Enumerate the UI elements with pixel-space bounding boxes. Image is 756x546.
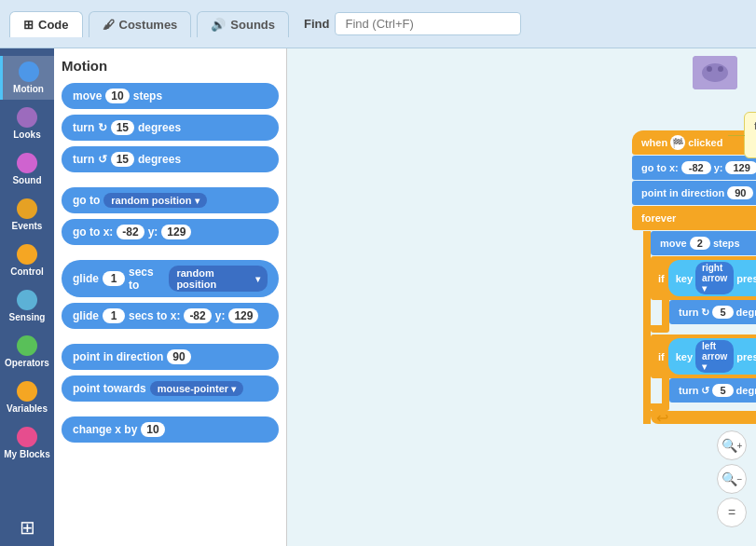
sidebar-sensing-label: Sensing: [9, 312, 46, 322]
tab-costumes-label: Costumes: [119, 18, 178, 32]
block-goto-xy[interactable]: go to x: -82 y: 129: [62, 219, 279, 245]
find-input[interactable]: [335, 12, 521, 35]
block-move-script[interactable]: move 2 steps: [651, 231, 756, 255]
block-change-x[interactable]: change x by 10: [62, 416, 279, 443]
sidebar-item-motion[interactable]: Motion: [0, 56, 54, 100]
zoom-out-label: −: [737, 474, 743, 485]
sidebar-variables-label: Variables: [7, 403, 48, 414]
events-icon: [17, 198, 37, 219]
sidebar-control-label: Control: [10, 266, 44, 277]
if-right-end: [651, 325, 669, 333]
script-area[interactable]: when 🏁 clicked go to x: -82 y: 129 point…: [287, 48, 756, 546]
sidebar-icons: Motion Looks Sound Events Control Sensin…: [0, 48, 54, 546]
tab-costumes[interactable]: 🖌 Costumes: [89, 11, 192, 37]
zoom-out-icon: 🔍: [722, 471, 737, 486]
tab-code[interactable]: ⊞ Code: [9, 11, 83, 37]
sidebar-bottom-button[interactable]: ⊞: [12, 509, 43, 546]
myblocks-icon: [17, 427, 37, 447]
zoom-out-button[interactable]: 🔍 −: [717, 464, 747, 494]
sidebar-operators-label: Operators: [5, 358, 49, 368]
sidebar-looks-label: Looks: [13, 130, 40, 140]
key-left-sensing: key left arrow ▾ pressed?: [668, 338, 756, 375]
zoom-reset-label: =: [728, 505, 735, 520]
block-glide-random[interactable]: glide 1 secs to random position: [62, 260, 279, 297]
sound-icon: [17, 153, 37, 173]
svg-point-1: [702, 63, 728, 82]
sidebar-motion-label: Motion: [13, 84, 44, 94]
sidebar-sound-label: Sound: [12, 175, 41, 185]
comment-facing-right: ✕ facing to the right: [744, 112, 756, 158]
sidebar-item-sensing[interactable]: Sensing: [0, 284, 54, 328]
block-goto-random[interactable]: go to random position: [62, 187, 279, 213]
block-turn-cw[interactable]: turn ↻ 15 degrees: [62, 115, 279, 141]
variables-icon: [17, 381, 37, 402]
key-right-sensing: key right arrow ▾ pressed?: [668, 260, 756, 296]
zoom-in-button[interactable]: 🔍 +: [717, 430, 747, 460]
script-blocks: when 🏁 clicked go to x: -82 y: 129 point…: [632, 130, 756, 424]
svg-point-3: [718, 66, 723, 72]
svg-point-2: [707, 66, 712, 72]
zoom-in-label: +: [737, 441, 743, 451]
sidebar-item-looks[interactable]: Looks: [0, 102, 54, 145]
block-direction-script[interactable]: point in direction 90: [632, 181, 756, 205]
forever-end: ↩: [651, 411, 756, 424]
operators-icon: [17, 335, 37, 356]
tab-sounds-label: Sounds: [230, 18, 275, 32]
category-title: Motion: [62, 58, 279, 74]
flag-icon: 🏁: [670, 135, 685, 150]
zoom-controls: 🔍 + 🔍 − =: [717, 430, 747, 527]
hat-block[interactable]: when 🏁 clicked: [632, 130, 756, 155]
if-left-block[interactable]: if key left arrow ▾ pressed? then: [651, 334, 756, 378]
sidebar-item-variables[interactable]: Variables: [0, 375, 54, 419]
sidebar-item-sound[interactable]: Sound: [0, 147, 54, 191]
motion-icon: [19, 61, 39, 82]
blocks-panel: Motion move 10 steps turn ↻ 15 degrees t…: [54, 48, 287, 546]
costumes-icon: 🖌: [103, 18, 115, 32]
sidebar-events-label: Events: [12, 221, 43, 231]
zoom-reset-button[interactable]: =: [717, 498, 747, 527]
find-label: Find: [304, 17, 329, 31]
sensing-icon: [17, 290, 37, 310]
zoom-in-icon: 🔍: [722, 438, 737, 453]
block-goto-xy-script[interactable]: go to x: -82 y: 129: [632, 156, 756, 180]
block-move[interactable]: move 10 steps: [62, 83, 279, 109]
if-right-block[interactable]: if key right arrow ▾ pressed? then: [651, 256, 756, 300]
sidebar-item-control[interactable]: Control: [0, 239, 54, 282]
tab-code-label: Code: [38, 18, 69, 32]
code-icon: ⊞: [23, 18, 34, 32]
sidebar-item-events[interactable]: Events: [0, 193, 54, 237]
block-turn-ccw[interactable]: turn ↺ 15 degrees: [62, 146, 279, 172]
block-glide-xy[interactable]: glide 1 secs to x: -82 y: 129: [62, 303, 279, 329]
comment-arrow-1: [728, 135, 745, 136]
block-turn-ccw-script[interactable]: turn ↺ 5 degrees: [669, 378, 756, 403]
control-icon: [17, 244, 37, 265]
tab-sounds[interactable]: 🔊 Sounds: [197, 11, 289, 37]
sounds-icon: 🔊: [211, 18, 226, 32]
sidebar-myblocks-label: My Blocks: [4, 449, 49, 459]
sidebar-item-myblocks[interactable]: My Blocks: [0, 421, 54, 465]
sprite-thumbnail: [693, 56, 737, 89]
top-bar: ⊞ Code 🖌 Costumes 🔊 Sounds Find: [0, 0, 756, 48]
block-turn-cw-script[interactable]: turn ↻ 5 degrees: [669, 300, 756, 324]
main-layout: Motion Looks Sound Events Control Sensin…: [0, 48, 756, 546]
looks-icon: [17, 107, 37, 128]
sidebar-item-operators[interactable]: Operators: [0, 330, 54, 374]
block-point-towards[interactable]: point towards mouse-pointer: [62, 375, 279, 402]
block-point-direction[interactable]: point in direction 90: [62, 344, 279, 370]
forever-block[interactable]: forever: [632, 206, 756, 230]
